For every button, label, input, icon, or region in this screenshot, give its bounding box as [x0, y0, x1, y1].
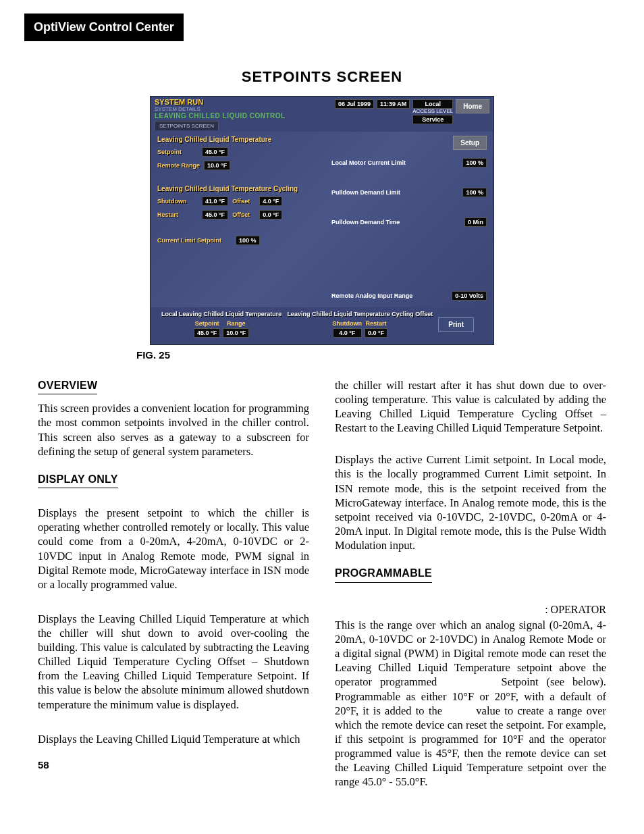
figure-caption: FIG. 25	[136, 349, 606, 361]
btn-range-label: Range	[223, 320, 249, 327]
group-lclt: Leaving Chilled Liquid Temperature	[157, 136, 318, 143]
current-limit-label: Current Limit Setpoint	[157, 237, 232, 244]
setup-button[interactable]: Setup	[453, 136, 487, 150]
system-status: SYSTEM RUN	[155, 98, 327, 106]
btn-setpoint-value[interactable]: 45.0 °F	[194, 328, 220, 338]
programmable-body: This is the range over which an analog s…	[335, 618, 606, 789]
setpoints-screenshot: SYSTEM RUN SYSTEM DETAILS LEAVING CHILLE…	[150, 96, 494, 345]
print-button[interactable]: Print	[438, 317, 474, 332]
btn-range-value[interactable]: 10.0 °F	[223, 328, 249, 338]
remote-range-label: Remote Range	[157, 162, 200, 169]
page-number: 58	[38, 758, 309, 771]
display-p3: Displays the Leaving Chilled Liquid Temp…	[38, 732, 309, 746]
access-level: Service	[412, 115, 453, 124]
product-header: OptiView Control Center	[24, 14, 184, 41]
pulldown-demand-value: 100 %	[462, 188, 487, 197]
bottom-grp1-caption: Local Leaving Chilled Liquid Temperature	[161, 311, 281, 318]
remote-range-value: 10.0 °F	[204, 161, 230, 170]
btn-setpoint-label: Setpoint	[194, 320, 220, 327]
overview-body: This screen provides a convenient locati…	[38, 401, 309, 458]
shutdown-offset-label: Offset	[232, 198, 255, 205]
display-p2: Displays the Leaving Chilled Liquid Temp…	[38, 612, 309, 712]
access-caption: ACCESS LEVEL	[412, 109, 453, 115]
bottom-grp2-caption: Leaving Chilled Liquid Temperature Cycli…	[287, 311, 433, 318]
remote-analog-label: Remote Analog Input Range	[331, 292, 412, 299]
control-source: Local	[412, 99, 453, 109]
local-motor-value: 100 %	[462, 158, 487, 167]
screen-tab[interactable]: SETPOINTS SCREEN	[155, 121, 219, 130]
shutdown-value: 41.0 °F	[202, 197, 228, 206]
time-display: 11:39 AM	[377, 99, 410, 109]
access-level-line: : OPERATOR	[335, 603, 606, 617]
restart-offset-value: 0.0 °F	[259, 210, 282, 219]
btn-shutdown-value[interactable]: 4.0 °F	[333, 328, 363, 338]
restart-value: 45.0 °F	[202, 210, 228, 219]
right-p2: Displays the active Current Limit setpoi…	[335, 452, 606, 552]
pulldown-time-label: Pulldown Demand Time	[331, 219, 400, 226]
setpoint-value: 45.0 °F	[202, 147, 228, 157]
current-limit-value: 100 %	[236, 236, 260, 245]
btn-shutdown-label: Shutdown	[333, 320, 363, 327]
shutdown-offset-value: 4.0 °F	[259, 197, 282, 206]
system-substatus: SYSTEM DETAILS	[155, 106, 327, 112]
date-display: 06 Jul 1999	[335, 99, 374, 109]
programmable-heading: PROGRAMMABLE	[335, 567, 432, 582]
remote-analog-value: 0-10 Volts	[452, 291, 487, 301]
pulldown-demand-label: Pulldown Demand Limit	[331, 189, 400, 196]
btn-restart-value[interactable]: 0.0 °F	[365, 328, 387, 338]
restart-offset-label: Offset	[232, 211, 255, 218]
group-cycling: Leaving Chilled Liquid Temperature Cycli…	[157, 185, 318, 192]
page-title: SETPOINTS SCREEN	[38, 68, 606, 86]
display-p1: Displays the present setpoint to which t…	[38, 506, 309, 592]
setpoint-label: Setpoint	[157, 149, 198, 155]
home-button[interactable]: Home	[456, 99, 489, 113]
shutdown-label: Shutdown	[157, 198, 198, 205]
display-only-heading: DISPLAY ONLY	[38, 473, 118, 488]
right-p1: the chiller will restart after it has sh…	[335, 378, 606, 435]
local-motor-label: Local Motor Current Limit	[331, 159, 406, 166]
screen-title: LEAVING CHILLED LIQUID CONTROL	[155, 112, 327, 120]
pulldown-time-value: 0 Min	[464, 217, 487, 227]
btn-restart-label: Restart	[365, 320, 387, 327]
overview-heading: OVERVIEW	[38, 379, 97, 394]
restart-label: Restart	[157, 211, 198, 218]
